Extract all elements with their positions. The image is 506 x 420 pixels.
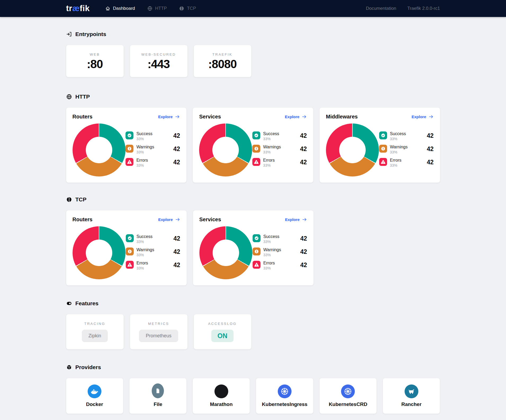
legend-row-success: Success33% 42 — [126, 131, 180, 142]
nav-label: TCP — [187, 6, 196, 11]
explore-label: Explore — [158, 114, 173, 119]
legend-value: 42 — [300, 159, 307, 166]
feature-name: METRICS — [130, 322, 187, 326]
http-heading: HTTP — [66, 94, 440, 100]
legend-percent: 33% — [137, 266, 148, 270]
legend-label: Success — [137, 234, 153, 239]
card-title: Routers — [73, 114, 93, 120]
chart-legend: Success33% 42 Warnings33% 42 Errors33% 4… — [252, 131, 307, 169]
explore-label: Explore — [158, 217, 173, 222]
docker-icon — [88, 384, 101, 398]
provider-card-kubernetes-ingress: KubernetesIngress — [256, 378, 313, 414]
warning-icon — [126, 247, 134, 255]
legend-percent: 33% — [136, 150, 154, 154]
provider-card-docker: Docker — [66, 378, 123, 414]
file-icon — [151, 384, 165, 398]
status-donut-chart — [326, 123, 379, 176]
legend-label: Errors — [263, 261, 275, 266]
card-title: Services — [199, 216, 221, 223]
nav-item-http[interactable]: HTTP — [147, 6, 167, 11]
legend-label: Warnings — [263, 145, 281, 149]
donut-hole — [86, 240, 112, 266]
marathon-icon — [214, 384, 228, 398]
http-routers-card: Routers Explore Success33% 42 Warn — [66, 108, 187, 183]
logo-text: fik — [80, 4, 90, 13]
success-icon — [126, 131, 133, 139]
legend-label: Errors — [137, 261, 148, 266]
legend-row-success: Success33% 42 — [252, 131, 307, 142]
entrypoints-heading: Entrypoints — [66, 31, 440, 37]
donut-hole — [212, 137, 239, 163]
legend-percent: 33% — [390, 137, 406, 141]
rancher-icon — [405, 384, 418, 398]
warning-icon — [253, 247, 261, 255]
nav-label: Dashboard — [113, 6, 135, 11]
legend-label: Success — [263, 131, 279, 136]
donut-hole — [86, 137, 112, 163]
card-title: Routers — [73, 216, 93, 223]
globe-icon — [147, 6, 153, 11]
explore-link[interactable]: Explore — [158, 217, 180, 222]
success-icon — [379, 131, 387, 139]
provider-card-rancher: Rancher — [383, 378, 440, 414]
legend-label: Warnings — [263, 247, 281, 252]
legend-percent: 33% — [263, 253, 281, 257]
legend-row-warnings: Warnings33% 42 — [252, 145, 307, 155]
legend-label: Success — [390, 131, 406, 136]
legend-row-errors: Errors33% 42 — [252, 158, 307, 169]
entrypoint-port: :80 — [66, 58, 124, 71]
http-services-card: Services Explore Success33% 42 War — [193, 108, 313, 183]
legend-percent: 33% — [137, 240, 153, 244]
explore-link[interactable]: Explore — [285, 114, 307, 119]
explore-link[interactable]: Explore — [158, 114, 180, 119]
legend-value: 42 — [300, 235, 307, 242]
section-title: TCP — [75, 196, 87, 203]
success-icon — [126, 234, 134, 242]
warning-icon — [126, 145, 133, 153]
logo-ae: æ — [72, 4, 80, 13]
globe-icon — [66, 94, 72, 100]
legend-label: Warnings — [390, 145, 408, 149]
nav-item-tcp[interactable]: TCP — [179, 6, 196, 11]
legend-label: Success — [136, 131, 152, 136]
legend-percent: 33% — [263, 266, 275, 270]
legend-value: 42 — [300, 262, 307, 269]
legend-label: Success — [263, 234, 279, 239]
success-icon — [252, 131, 260, 139]
provider-name: Docker — [66, 401, 123, 407]
provider-name: Rancher — [383, 401, 440, 407]
legend-row-errors: Errors33% 42 — [126, 158, 180, 169]
feature-value-badge: Zipkin — [82, 330, 108, 342]
legend-row-success: Success33% 42 — [126, 234, 180, 245]
nav-item-dashboard[interactable]: Dashboard — [105, 6, 135, 11]
explore-link[interactable]: Explore — [285, 217, 307, 222]
section-title: Entrypoints — [75, 31, 106, 37]
section-title: Providers — [75, 364, 101, 370]
traefik-logo: træfik — [66, 4, 90, 13]
feature-card-accesslog: ACCESSLOG ON — [194, 314, 251, 349]
provider-name: KubernetesCRD — [320, 401, 377, 407]
explore-link[interactable]: Explore — [411, 114, 433, 119]
legend-row-success: Success33% 42 — [253, 234, 307, 245]
documentation-link[interactable]: Documentation — [366, 6, 396, 11]
feature-on-badge: ON — [211, 330, 234, 342]
provider-name: File — [129, 401, 186, 407]
legend-value: 42 — [300, 132, 307, 139]
entrypoint-name: WEB-SECURED — [130, 52, 187, 56]
legend-percent: 33% — [263, 137, 279, 141]
chart-legend: Success33% 42 Warnings33% 42 Errors33% 4… — [253, 234, 307, 271]
arrow-right-icon — [302, 114, 307, 119]
provider-card-marathon: Marathon — [193, 378, 250, 414]
legend-row-errors: Errors33% 42 — [379, 158, 434, 169]
section-title: HTTP — [75, 94, 90, 100]
legend-value: 42 — [173, 145, 180, 153]
success-icon — [253, 234, 261, 242]
donut-hole — [213, 240, 239, 266]
legend-value: 42 — [300, 248, 307, 255]
sign-in-icon — [66, 31, 72, 37]
legend-row-warnings: Warnings33% 42 — [126, 247, 180, 258]
legend-label: Errors — [263, 158, 275, 163]
legend-value: 42 — [300, 145, 307, 153]
entrypoint-port: :443 — [130, 58, 187, 71]
tcp-icon — [66, 197, 72, 202]
